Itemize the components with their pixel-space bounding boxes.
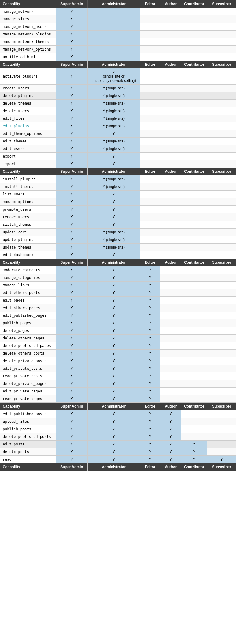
capability-name: export (0, 153, 56, 160)
capability-name: edit_others_pages (0, 304, 56, 312)
superadmin-cell: Y (56, 183, 87, 191)
author-cell (160, 213, 181, 221)
author-cell: Y (160, 456, 181, 463)
contributor-cell (181, 282, 207, 289)
capability-name: edit_others_posts (0, 289, 56, 297)
superadmin-cell: Y (56, 297, 87, 304)
contributor-cell (181, 365, 207, 372)
subscriber-cell (207, 312, 236, 319)
capability-name: update_themes (0, 244, 56, 251)
editor-cell (140, 68, 160, 85)
administrator-cell (88, 31, 140, 38)
author-cell: Y (160, 441, 181, 448)
editor-cell (140, 236, 160, 244)
contributor-cell (181, 236, 207, 244)
superadmin-cell: Y (56, 85, 87, 92)
table-row: edit_filesYY (single site) (0, 115, 236, 122)
editor-cell (140, 251, 160, 259)
editor-cell: Y (140, 441, 160, 448)
subscriber-cell (207, 418, 236, 425)
author-cell (160, 289, 181, 297)
capability-name: import (0, 160, 56, 168)
author-cell (160, 244, 181, 251)
header-editor: Editor (140, 0, 160, 8)
contributor-cell (181, 130, 207, 138)
subscriber-cell (207, 274, 236, 282)
administrator-cell (88, 53, 140, 61)
superadmin-cell: Y (56, 68, 87, 85)
contributor-cell (181, 433, 207, 441)
subscriber-cell (207, 448, 236, 456)
administrator-cell: Y (88, 357, 140, 365)
administrator-cell: Y (single site) (88, 138, 140, 145)
table-row: delete_usersYY (single site) (0, 107, 236, 115)
superadmin-cell: Y (56, 115, 87, 122)
table-row: unfiltered_htmlY (0, 53, 236, 61)
contributor-cell (181, 244, 207, 251)
subscriber-cell (207, 221, 236, 229)
administrator-cell: Y (88, 130, 140, 138)
section-header-row: CapabilitySuper AdminAdministratorEditor… (0, 168, 236, 175)
table-row: manage_network_themesY (0, 38, 236, 46)
author-cell (160, 145, 181, 153)
editor-cell: Y (140, 425, 160, 433)
administrator-cell: Y (88, 191, 140, 198)
author-cell (160, 138, 181, 145)
superadmin-cell: Y (56, 319, 87, 327)
editor-cell (140, 153, 160, 160)
author-cell (160, 266, 181, 274)
capability-name: install_themes (0, 183, 56, 191)
capability-name: moderate_comments (0, 266, 56, 274)
capability-name: publish_pages (0, 319, 56, 327)
subscriber-cell (207, 8, 236, 15)
author-cell (160, 388, 181, 395)
superadmin-cell: Y (56, 357, 87, 365)
subscriber-cell (207, 175, 236, 183)
table-header-section1: Capability Super Admin Administrator Edi… (0, 0, 236, 8)
subscriber-cell (207, 92, 236, 100)
subscriber-cell (207, 229, 236, 236)
superadmin-cell: Y (56, 410, 87, 418)
contributor-cell (181, 380, 207, 388)
superadmin-cell: Y (56, 251, 87, 259)
subscriber-cell (207, 297, 236, 304)
contributor-cell (181, 100, 207, 107)
superadmin-cell: Y (56, 31, 87, 38)
subscriber-cell (207, 365, 236, 372)
superadmin-cell: Y (56, 138, 87, 145)
table-row: delete_others_pagesYYY (0, 335, 236, 342)
contributor-cell (181, 153, 207, 160)
administrator-cell: Y (88, 448, 140, 456)
editor-cell: Y (140, 418, 160, 425)
author-cell: Y (160, 425, 181, 433)
superadmin-cell: Y (56, 145, 87, 153)
subscriber-cell (207, 251, 236, 259)
administrator-cell: Y (88, 410, 140, 418)
capability-name: delete_private_posts (0, 357, 56, 365)
superadmin-cell: Y (56, 372, 87, 380)
administrator-cell: Y (single site) (88, 122, 140, 130)
subscriber-cell (207, 130, 236, 138)
author-cell (160, 297, 181, 304)
author-cell (160, 274, 181, 282)
author-cell (160, 175, 181, 183)
table-row: activate_pluginsYY (single site or enabl… (0, 68, 236, 85)
administrator-cell (88, 23, 140, 31)
contributor-cell (181, 266, 207, 274)
section-header-row: CapabilitySuper AdminAdministratorEditor… (0, 403, 236, 410)
administrator-cell: Y (88, 153, 140, 160)
administrator-cell: Y (88, 388, 140, 395)
author-cell: Y (160, 410, 181, 418)
superadmin-cell: Y (56, 441, 87, 448)
contributor-cell (181, 395, 207, 403)
subscriber-cell (207, 53, 236, 61)
author-cell (160, 15, 181, 23)
table-row: delete_pagesYYY (0, 327, 236, 335)
table-row: update_themesYY (single site) (0, 244, 236, 251)
editor-cell: Y (140, 433, 160, 441)
administrator-cell: Y (88, 213, 140, 221)
superadmin-cell: Y (56, 53, 87, 61)
editor-cell (140, 229, 160, 236)
contributor-cell (181, 342, 207, 350)
contributor-cell (181, 23, 207, 31)
